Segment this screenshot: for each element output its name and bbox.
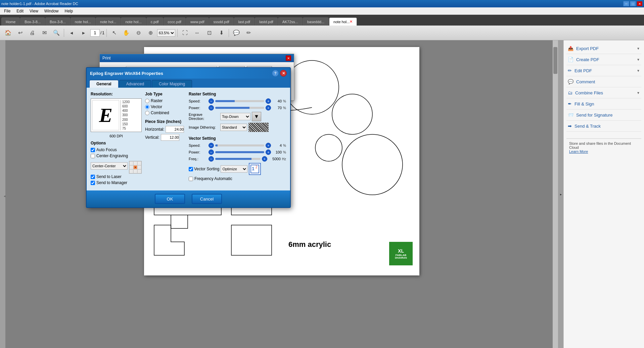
menu-view[interactable]: View <box>27 8 41 14</box>
epilog-tab-color-mapping[interactable]: Color Mapping <box>152 80 192 88</box>
epilog-help-button[interactable]: ? <box>272 70 279 77</box>
vector-speed-minus[interactable]: − <box>209 143 214 148</box>
raster-power-slider[interactable] <box>215 107 264 109</box>
epilog-close-button[interactable]: ✕ <box>280 70 287 77</box>
center-engraving-checkbox[interactable] <box>91 154 95 158</box>
send-to-manager-checkbox[interactable] <box>91 181 95 185</box>
pointer-tool[interactable]: ↖ <box>109 28 120 38</box>
tab-box2[interactable]: Box-3-8... <box>45 17 70 26</box>
raster-speed-plus[interactable]: + <box>266 98 271 104</box>
tab-note2[interactable]: note hol... <box>96 17 121 26</box>
vector-radio[interactable] <box>145 105 149 109</box>
vector-speed-slider[interactable] <box>215 144 264 146</box>
tab-based[interactable]: baseddd... <box>303 17 329 26</box>
raster-speed-minus[interactable]: − <box>209 98 214 104</box>
vector-speed-row: Speed: − + 4 % <box>189 143 286 148</box>
zoom-select[interactable]: 63.5% 50% 75% 100% <box>157 29 175 37</box>
right-panel-send-track[interactable]: ➡ Send & Track <box>566 121 641 132</box>
close-button[interactable]: ✕ <box>637 1 643 6</box>
vertical-scrollbar[interactable] <box>553 40 558 348</box>
comment-button[interactable]: 💬 <box>231 28 242 38</box>
right-panel-comment[interactable]: 💬 Comment <box>566 76 641 87</box>
tab-sssdd[interactable]: sssdd.pdf <box>209 17 234 26</box>
image-dithering-select[interactable]: Standard Floyd <box>220 124 247 131</box>
raster-radio[interactable] <box>145 99 149 103</box>
find-button[interactable]: 🔍 <box>51 28 62 38</box>
print-dialog-close-button[interactable]: ✕ <box>286 55 291 61</box>
back-button[interactable]: ↩ <box>15 28 26 38</box>
send-to-laser-checkbox[interactable] <box>91 175 95 179</box>
tab-cccc[interactable]: cccc.pdf <box>164 17 186 26</box>
right-panel-create-pdf[interactable]: 📄 Create PDF ▼ <box>566 54 641 65</box>
tab-ak72[interactable]: AK72ss... <box>278 17 303 26</box>
tab-www[interactable]: www.pdf <box>186 17 209 26</box>
right-panel-export-pdf[interactable]: 📤 Export PDF ▼ <box>566 43 641 54</box>
horizontal-input[interactable] <box>166 126 184 133</box>
auto-focus-checkbox[interactable] <box>91 148 95 152</box>
send-to-manager-label: Send to Manager <box>96 180 127 185</box>
raster-speed-slider[interactable] <box>215 100 264 102</box>
restore-button[interactable]: □ <box>630 1 636 6</box>
combined-radio[interactable] <box>145 111 149 115</box>
tab-home[interactable]: Home <box>1 17 20 26</box>
tab-last[interactable]: last.pdf <box>234 17 255 26</box>
hand-tool[interactable]: ✋ <box>121 28 132 38</box>
position-select[interactable]: Center-Center Top-Left <box>91 162 128 170</box>
fit-page-button[interactable]: ⛶ <box>180 28 190 38</box>
vector-power-slider[interactable] <box>215 151 264 153</box>
epilog-tab-general[interactable]: General <box>89 80 119 88</box>
menu-window[interactable]: Window <box>42 8 61 14</box>
tab-noteholder-active[interactable]: note hol... ✕ <box>329 17 357 26</box>
menu-file[interactable]: File <box>1 8 13 14</box>
new-file-button[interactable]: 🏠 <box>3 28 13 38</box>
engrave-direction-toggle[interactable]: ▼ <box>252 112 261 121</box>
raster-power-plus[interactable]: + <box>266 105 271 111</box>
vector-power-minus[interactable]: − <box>209 149 214 155</box>
tab-lastd[interactable]: lastd.pdf <box>255 17 278 26</box>
download-button[interactable]: ⬇ <box>216 28 227 38</box>
engrave-direction-select[interactable]: Top-Down Bottom-Up <box>220 113 250 120</box>
vector-icon-button[interactable]: 1 2 <box>249 163 261 175</box>
menu-help[interactable]: Help <box>62 8 76 14</box>
epilog-ok-button[interactable]: OK <box>155 194 185 204</box>
right-panel-combine-files[interactable]: 🗂 Combine Files ▼ <box>566 87 641 98</box>
learn-more-link[interactable]: Learn More <box>569 149 588 154</box>
svg-text:6mm acrylic: 6mm acrylic <box>288 240 331 249</box>
tab-box1[interactable]: Box-3-8... <box>20 17 45 26</box>
epilog-cancel-button[interactable]: Cancel <box>192 194 222 204</box>
right-panel-fill-sign[interactable]: ✒ Fill & Sign <box>566 98 641 110</box>
zoom-out-button[interactable]: ⊖ <box>133 28 144 38</box>
fit-width-button[interactable]: ↔ <box>192 28 202 38</box>
zoom-in-button[interactable]: ⊕ <box>145 28 156 38</box>
right-panel-send-signature[interactable]: 📨 Send for Signature <box>566 110 641 121</box>
menu-edit[interactable]: Edit <box>14 8 26 14</box>
right-nav-expand[interactable]: ▸ <box>558 40 563 348</box>
full-screen-button[interactable]: ⊡ <box>204 28 215 38</box>
svg-point-6 <box>315 134 342 161</box>
email-button[interactable]: ✉ <box>39 28 50 38</box>
raster-label: Raster <box>151 98 163 103</box>
vector-freq-label: Freq.: <box>189 157 207 161</box>
raster-power-minus[interactable]: − <box>209 105 214 111</box>
next-page-button[interactable]: ▸ <box>78 28 89 38</box>
vector-speed-plus[interactable]: + <box>266 143 271 148</box>
tab-note1[interactable]: note hol... <box>71 17 95 26</box>
pen-button[interactable]: ✏ <box>243 28 254 38</box>
vector-freq-minus[interactable]: − <box>209 156 214 162</box>
frequency-automatic-checkbox[interactable] <box>189 177 193 181</box>
page-number-input[interactable] <box>90 29 100 37</box>
prev-page-button[interactable]: ◂ <box>66 28 77 38</box>
tab-cpdf[interactable]: c.pdf <box>146 17 163 26</box>
minimize-button[interactable]: ─ <box>623 1 629 6</box>
vector-freq-plus[interactable]: + <box>262 156 267 162</box>
vector-freq-slider[interactable] <box>215 158 261 160</box>
vertical-input[interactable] <box>161 134 179 141</box>
print-button[interactable]: 🖨 <box>27 28 38 38</box>
epilog-tab-advanced[interactable]: Advanced <box>119 80 151 88</box>
right-panel-edit-pdf[interactable]: ✏ Edit PDF ▼ <box>566 65 641 76</box>
vector-sorting-select[interactable]: Optimize None <box>221 165 247 173</box>
scrollbar-thumb[interactable] <box>553 47 557 74</box>
vector-sorting-checkbox[interactable] <box>189 167 193 171</box>
vector-power-plus[interactable]: + <box>266 149 271 155</box>
tab-note3[interactable]: note hol... <box>121 17 146 26</box>
